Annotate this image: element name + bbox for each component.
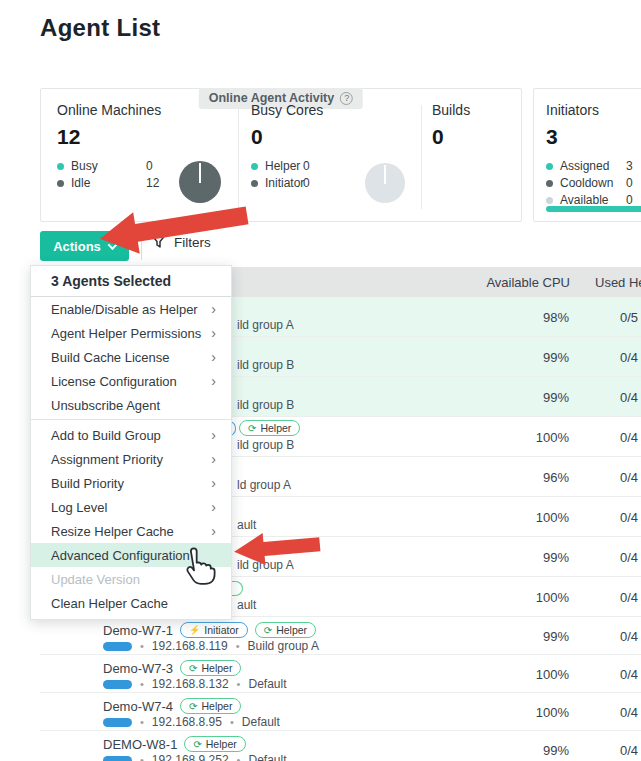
table-row[interactable]: Demo-W7-4⟳Helper•192.168.8.95•Default100… <box>40 693 641 731</box>
menu-item-label: Log Level <box>51 500 107 515</box>
menu-item-enable-disable-as-helper[interactable]: Enable/Disable as Helper› <box>31 297 231 321</box>
separator-dot: • <box>236 640 240 652</box>
column-used-helpers[interactable]: Used Helpers <box>595 275 641 290</box>
table-row[interactable]: DEMO-W8-1⟳Helper•192.168.9.252•Default99… <box>40 731 641 761</box>
actions-button-label: Actions <box>53 239 101 254</box>
initiator-badge: ⚡Initiator <box>180 622 248 638</box>
legend-label: Helper <box>265 159 303 173</box>
submenu-chevron-icon: › <box>211 428 216 442</box>
used-helpers-value: 0/4 <box>620 389 638 404</box>
legend-dot-icon <box>251 180 258 187</box>
helper-badge-partial <box>232 581 243 596</box>
available-cpu-value: 99% <box>543 742 569 757</box>
os-badge <box>103 642 132 651</box>
agent-name-line: Demo-W7-1⚡Initiator⟳Helper <box>103 622 316 638</box>
menu-item-label: Advanced Configuration <box>51 548 190 563</box>
available-cpu-value: 100% <box>536 704 569 719</box>
menu-item-update-version: Update Version <box>31 567 231 591</box>
separator-dot: • <box>140 754 144 761</box>
initiators-bar-chart <box>546 206 641 212</box>
menu-item-unsubscribe-agent[interactable]: Unsubscribe Agent <box>31 393 231 417</box>
menu-item-label: Enable/Disable as Helper <box>51 302 198 317</box>
menu-item-assignment-priority[interactable]: Assignment Priority› <box>31 447 231 471</box>
available-cpu-value: 98% <box>543 309 569 324</box>
menu-item-clean-helper-cache[interactable]: Clean Helper Cache <box>31 591 231 615</box>
online-machines-donut-chart <box>179 161 221 203</box>
metric-title: Busy Cores <box>251 102 421 118</box>
menu-item-label: Update Version <box>51 572 140 587</box>
lightning-icon: ⚡ <box>189 625 200 635</box>
online-machines-section: Online Machines 12 Busy0Idle12 <box>41 89 238 221</box>
build-group: ault <box>237 518 256 532</box>
used-helpers-value: 0/5 <box>620 309 638 324</box>
helper-badge-label: Helper <box>201 662 232 674</box>
menu-item-label: License Configuration <box>51 374 177 389</box>
agent-ip: 192.168.9.252 <box>152 753 229 761</box>
table-row[interactable]: Demo-W7-1⚡Initiator⟳Helper•192.168.8.119… <box>40 617 641 655</box>
metric-value: 3 <box>546 125 641 149</box>
table-row[interactable]: Demo-W7-3⟳Helper•192.168.8.132•Default10… <box>40 655 641 693</box>
busy-cores-section: Busy Cores 0 Helper0Initiator0 <box>239 89 421 221</box>
actions-button[interactable]: Actions <box>40 231 129 261</box>
toolbar-divider <box>141 232 142 260</box>
menu-item-label: Resize Helper Cache <box>51 524 174 539</box>
menu-item-log-level[interactable]: Log Level› <box>31 495 231 519</box>
build-group: Default <box>242 715 280 729</box>
menu-item-build-cache-license[interactable]: Build Cache License› <box>31 345 231 369</box>
submenu-chevron-icon: › <box>211 302 216 316</box>
available-cpu-value: 100% <box>536 589 569 604</box>
helper-badge: ⟳Helper <box>255 622 316 638</box>
legend-value: 3 <box>626 159 633 173</box>
submenu-chevron-icon: › <box>211 476 216 490</box>
used-helpers-value: 0/4 <box>620 742 638 757</box>
helper-badge-label: Helper <box>201 700 232 712</box>
menu-item-agent-helper-permissions[interactable]: Agent Helper Permissions› <box>31 321 231 345</box>
separator-dot: • <box>140 716 144 728</box>
used-helpers-value: 0/4 <box>620 349 638 364</box>
available-cpu-value: 96% <box>543 469 569 484</box>
filters-button[interactable]: Filters <box>151 234 211 250</box>
menu-item-add-to-build-group[interactable]: Add to Build Group› <box>31 423 231 447</box>
separator-dot: • <box>140 678 144 690</box>
menu-item-label: Build Priority <box>51 476 124 491</box>
helper-badge-label: Helper <box>260 422 291 434</box>
agent-subline: •192.168.9.252•Default <box>103 753 287 761</box>
available-cpu-value: 100% <box>536 509 569 524</box>
refresh-icon: ⟳ <box>189 701 197 712</box>
legend-dot-icon <box>546 180 553 187</box>
initiators-card: Initiators 3 Assigned3Cooldown0Available… <box>533 88 641 222</box>
agent-name-line: DEMO-W8-1⟳Helper <box>103 736 246 752</box>
legend-label: Available <box>560 193 626 207</box>
metric-value: 0 <box>251 125 421 149</box>
agent-name-line: Demo-W7-3⟳Helper <box>103 660 241 676</box>
legend-value: 0 <box>146 159 153 173</box>
build-group: Default <box>248 753 286 761</box>
menu-item-label: Build Cache License <box>51 350 170 365</box>
build-group: Build group A <box>248 639 319 653</box>
menu-item-label: Clean Helper Cache <box>51 596 168 611</box>
available-cpu-value: 99% <box>543 628 569 643</box>
menu-item-license-configuration[interactable]: License Configuration› <box>31 369 231 393</box>
agent-subline: •192.168.8.95•Default <box>103 715 280 729</box>
agent-list-page: Agent List Online Agent Activity ? Onlin… <box>0 0 641 761</box>
separator-dot: • <box>140 640 144 652</box>
agent-name: DEMO-W8-1 <box>103 737 177 752</box>
helper-badge: ⟳Helper <box>184 736 245 752</box>
column-available-cpu[interactable]: Available CPU <box>486 275 570 290</box>
used-helpers-value: 0/4 <box>620 549 638 564</box>
agent-ip: 192.168.8.119 <box>152 639 228 653</box>
initiators-legend: Assigned3Cooldown0Available0 <box>546 159 641 207</box>
helper-badge: ⟳Helper <box>239 420 300 436</box>
legend-label: Busy <box>71 159 146 173</box>
submenu-chevron-icon: › <box>211 452 216 466</box>
menu-item-label: Agent Helper Permissions <box>51 326 201 341</box>
helper-badge-label: Helper <box>276 624 307 636</box>
used-helpers-value: 0/4 <box>620 704 638 719</box>
agent-name: Demo-W7-3 <box>103 661 173 676</box>
menu-item-build-priority[interactable]: Build Priority› <box>31 471 231 495</box>
available-cpu-value: 100% <box>536 666 569 681</box>
submenu-chevron-icon: › <box>211 500 216 514</box>
menu-item-advanced-configuration[interactable]: Advanced Configuration <box>31 543 231 567</box>
os-badge <box>103 680 132 689</box>
menu-item-resize-helper-cache[interactable]: Resize Helper Cache› <box>31 519 231 543</box>
